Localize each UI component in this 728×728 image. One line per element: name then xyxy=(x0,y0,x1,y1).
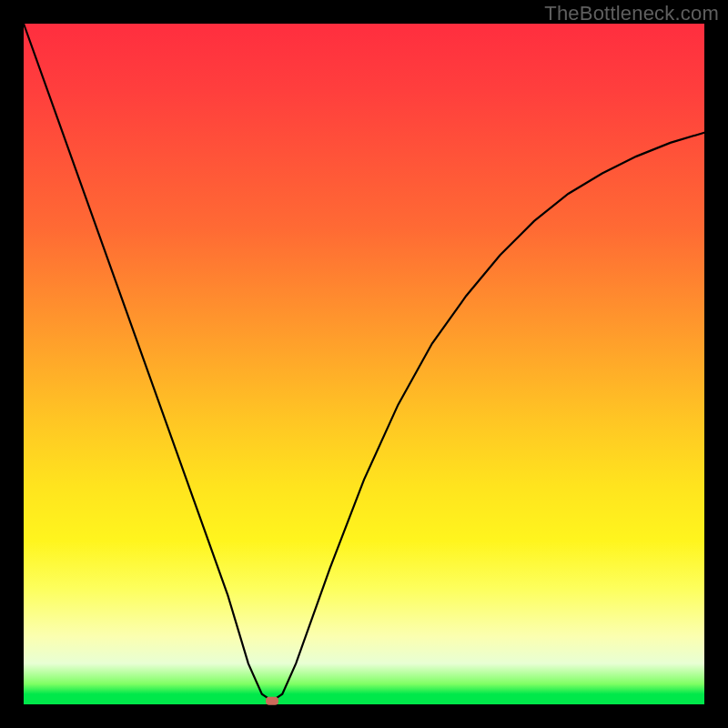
chart-frame: TheBottleneck.com xyxy=(0,0,728,728)
plot-area xyxy=(24,24,704,704)
bottleneck-curve xyxy=(24,24,704,701)
bottleneck-curve-svg xyxy=(24,24,704,704)
optimum-marker xyxy=(266,697,278,705)
watermark-text: TheBottleneck.com xyxy=(544,2,719,25)
